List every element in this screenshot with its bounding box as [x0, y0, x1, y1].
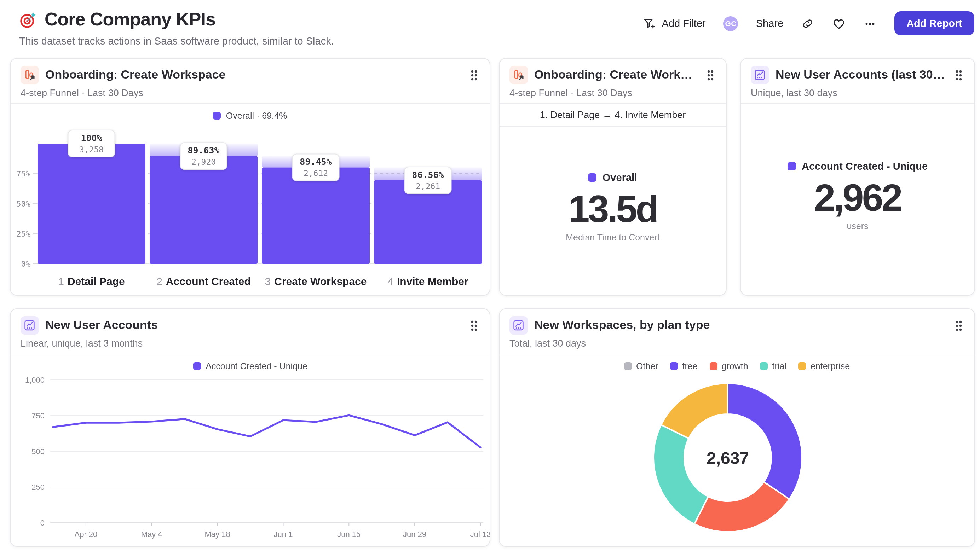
card-time-to-convert: Onboarding: Create Workspace 4-step Funn…	[499, 58, 727, 296]
insights-chart-icon	[21, 316, 39, 335]
donut-chart[interactable]: 2,637	[500, 373, 974, 546]
more-menu-button[interactable]	[863, 17, 877, 30]
legend-label: Other	[636, 361, 659, 372]
svg-text:75%: 75%	[16, 169, 30, 178]
median-time-value: 13.5d	[568, 189, 657, 230]
card-title[interactable]: New Workspaces, by plan type	[534, 318, 710, 332]
legend-item-trial[interactable]: trial	[760, 361, 786, 372]
legend-item-growth[interactable]: growth	[710, 361, 748, 372]
kpi-caption: users	[846, 221, 868, 231]
legend-swatch	[760, 362, 768, 370]
legend-swatch	[193, 362, 200, 370]
card-subtitle: Unique, last 30 days	[751, 88, 964, 98]
svg-text:Jun 1: Jun 1	[274, 530, 293, 538]
svg-text:4Invite Member: 4Invite Member	[387, 275, 468, 287]
svg-text:100%: 100%	[81, 133, 102, 143]
card-title[interactable]: Onboarding: Create Workspace	[534, 68, 698, 82]
card-title[interactable]: New User Accounts	[45, 318, 158, 332]
copy-link-button[interactable]	[801, 17, 815, 30]
card-title[interactable]: New User Accounts (last 30 days)	[775, 68, 947, 82]
legend-swatch	[624, 362, 632, 370]
funnel-legend[interactable]: Overall · 69.4%	[11, 110, 490, 122]
dashboard: Core Company KPIs This dataset tracks ac…	[0, 0, 980, 551]
add-report-button[interactable]: Add Report	[894, 11, 974, 35]
drag-handle-icon[interactable]	[468, 318, 480, 333]
kpi-body: Account Created - Unique 2,962 users	[741, 104, 974, 295]
svg-text:Jun 29: Jun 29	[403, 530, 426, 538]
svg-text:2,920: 2,920	[191, 157, 216, 167]
donut-legend: Otherfreegrowthtrialenterprise	[500, 360, 974, 373]
share-button[interactable]: Share	[756, 18, 783, 29]
card-header: New User Accounts Linear, unique, last 3…	[11, 309, 490, 354]
card-subtitle: Linear, unique, last 3 months	[21, 338, 480, 349]
drag-handle-icon[interactable]	[953, 318, 964, 333]
svg-text:Jun 15: Jun 15	[337, 530, 361, 538]
line-chart[interactable]: 02505007501,000Apr 20May 4May 18Jun 1Jun…	[11, 373, 490, 546]
svg-text:2,612: 2,612	[304, 169, 328, 178]
drag-handle-icon[interactable]	[953, 68, 964, 83]
kpi-body: Overall 13.5d Median Time to Convert	[500, 127, 726, 295]
legend-item-enterprise[interactable]: enterprise	[799, 361, 850, 372]
svg-text:May 18: May 18	[205, 530, 230, 538]
favorite-button[interactable]	[832, 17, 846, 30]
svg-text:50%: 50%	[16, 199, 30, 208]
kpi-caption: Median Time to Convert	[566, 232, 659, 242]
svg-text:Apr 20: Apr 20	[75, 530, 98, 538]
svg-text:250: 250	[32, 483, 45, 492]
legend-label: free	[682, 361, 697, 372]
funnel-chart-icon	[21, 66, 39, 84]
kpi-legend[interactable]: Account Created - Unique	[788, 161, 928, 172]
svg-text:0: 0	[40, 518, 45, 527]
funnel-range-label: 1. Detail Page → 4. Invite Member	[500, 104, 726, 127]
new-users-value: 2,962	[814, 177, 901, 219]
svg-text:25%: 25%	[16, 229, 30, 238]
legend-swatch	[589, 174, 597, 182]
svg-text:3Create Workspace: 3Create Workspace	[265, 275, 367, 287]
svg-text:86.56%: 86.56%	[412, 170, 444, 180]
legend-swatch	[213, 112, 221, 120]
svg-text:89.63%: 89.63%	[188, 145, 220, 156]
funnel-chart-icon	[509, 66, 528, 84]
page-subtitle: This dataset tracks actions in Saas soft…	[19, 35, 334, 47]
avatar[interactable]: GC	[724, 16, 738, 31]
drag-handle-icon[interactable]	[468, 68, 480, 83]
legend-swatch	[788, 162, 796, 171]
legend-label: growth	[722, 361, 748, 372]
svg-text:2,261: 2,261	[416, 182, 440, 191]
kpi-legend[interactable]: Overall	[589, 172, 637, 184]
insights-chart-icon	[509, 316, 528, 335]
heart-icon	[832, 17, 846, 30]
drag-handle-icon[interactable]	[705, 68, 716, 83]
insights-chart-icon	[751, 66, 769, 84]
svg-text:2Account Created: 2Account Created	[156, 275, 251, 287]
svg-text:3,258: 3,258	[79, 144, 103, 154]
line-legend[interactable]: Account Created - Unique	[11, 360, 490, 373]
legend-swatch	[670, 362, 678, 370]
legend-item-free[interactable]: free	[670, 361, 697, 372]
card-onboarding-funnel: Onboarding: Create Workspace 4-step Funn…	[10, 58, 490, 296]
svg-text:2,637: 2,637	[706, 449, 749, 468]
funnel-chart[interactable]: 0%25%50%75%100%3,25889.63%2,92089.45%2,6…	[11, 122, 490, 295]
toolbar: Add Filter GC Share	[643, 11, 974, 35]
svg-text:Jul 13: Jul 13	[470, 530, 490, 538]
svg-text:0%: 0%	[21, 259, 31, 268]
svg-text:1Detail Page: 1Detail Page	[58, 275, 124, 287]
dartboard-icon	[19, 10, 38, 29]
card-title[interactable]: Onboarding: Create Workspace	[45, 68, 226, 82]
card-new-users-30d: New User Accounts (last 30 days) Unique,…	[740, 58, 975, 296]
svg-text:750: 750	[32, 411, 45, 420]
page-title: Core Company KPIs	[45, 8, 215, 30]
add-filter-button[interactable]: Add Filter	[643, 17, 706, 30]
card-header: Onboarding: Create Workspace 4-step Funn…	[500, 59, 726, 104]
card-subtitle: 4-step Funnel · Last 30 Days	[21, 88, 480, 98]
legend-item-other[interactable]: Other	[624, 361, 659, 372]
legend-label: enterprise	[811, 361, 850, 372]
page-header: Core Company KPIs This dataset tracks ac…	[19, 8, 334, 47]
legend-label: trial	[772, 361, 786, 372]
card-header: Onboarding: Create Workspace 4-step Funn…	[11, 59, 490, 104]
card-workspaces-by-plan: New Workspaces, by plan type Total, last…	[499, 308, 975, 547]
svg-text:89.45%: 89.45%	[300, 157, 331, 167]
legend-swatch	[710, 362, 718, 370]
link-icon	[801, 17, 815, 30]
ellipsis-icon	[863, 17, 877, 30]
